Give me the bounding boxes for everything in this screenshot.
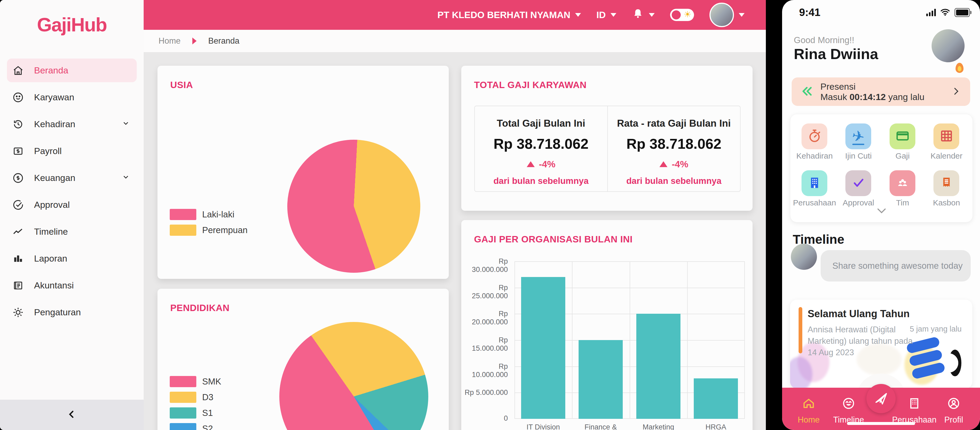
stat-delta: -4% bbox=[659, 159, 688, 169]
menu-tile-tim[interactable] bbox=[889, 170, 915, 196]
menu-tile-label: Kalender bbox=[924, 151, 969, 161]
receipt-icon bbox=[939, 175, 954, 191]
breadcrumb-home[interactable]: Home bbox=[159, 36, 181, 46]
new-post-fab[interactable] bbox=[866, 384, 896, 413]
gear-icon bbox=[12, 307, 24, 318]
legend-swatch bbox=[170, 423, 196, 430]
sidebar-item-keuangan[interactable]: Keuangan bbox=[0, 164, 144, 191]
nav-item-home[interactable]: Home bbox=[789, 397, 829, 425]
sidebar-item-label: Beranda bbox=[34, 65, 68, 76]
legend-swatch bbox=[170, 392, 196, 403]
status-time: 9:41 bbox=[799, 6, 820, 18]
caret-down-icon bbox=[611, 13, 616, 17]
sidebar: GajiHub Beranda Karyawan bbox=[0, 0, 144, 430]
menu-tile-label: Ijin Cuti bbox=[836, 151, 881, 161]
sidebar-item-beranda[interactable]: Beranda bbox=[0, 57, 144, 84]
menu-tile-label: Approval bbox=[836, 198, 881, 207]
stat-value: Rp 38.718.062 bbox=[493, 135, 589, 152]
legend-item: D3 bbox=[170, 392, 221, 403]
sidebar-item-pengaturan[interactable]: Pengaturan bbox=[0, 299, 144, 326]
y-axis-tick: Rp 5.000.000 bbox=[461, 389, 508, 397]
card-title: TOTAL GAJI KARYAWAN bbox=[474, 80, 587, 90]
app-logo[interactable]: GajiHub bbox=[0, 14, 144, 36]
quick-menu-card: ✈ Kehadiran Ijin Cuti Gaji Kalender bbox=[790, 114, 973, 223]
check-icon bbox=[851, 175, 866, 191]
calendar-icon bbox=[939, 128, 954, 145]
card-total-gaji: TOTAL GAJI KARYAWAN Total Gaji Bulan Ini… bbox=[461, 66, 752, 211]
y-axis-tick: Rp 15.000.000 bbox=[461, 336, 508, 353]
breadcrumb-arrow-icon bbox=[192, 38, 197, 45]
battery-icon bbox=[955, 8, 970, 17]
legend-swatch bbox=[170, 408, 196, 419]
sidebar-item-timeline[interactable]: Timeline bbox=[0, 218, 144, 245]
building-icon bbox=[807, 175, 822, 191]
legend-label: S2 bbox=[202, 424, 213, 430]
avatar[interactable] bbox=[932, 29, 964, 62]
sidebar-item-payroll[interactable]: Payroll bbox=[0, 138, 144, 164]
bar-group bbox=[630, 261, 687, 419]
presensi-banner[interactable]: Presensi Masuk 00:14:12 yang lalu bbox=[792, 77, 970, 106]
sidebar-nav: Beranda Karyawan Kehadiran bbox=[0, 57, 144, 326]
user-name: Rina Dwiina bbox=[794, 45, 878, 62]
mobile-app: 9:41 Good Morning!! Rina Dwiina Presensi… bbox=[782, 0, 980, 430]
nav-item-perusahaan[interactable]: Perusahaan bbox=[894, 397, 934, 425]
expand-menu-button[interactable] bbox=[877, 208, 886, 215]
caret-down-icon bbox=[649, 13, 655, 17]
sidebar-collapse-bar[interactable] bbox=[0, 400, 144, 430]
menu-tile-approval[interactable] bbox=[845, 170, 871, 196]
sidebar-item-label: Keuangan bbox=[34, 173, 75, 183]
sidebar-item-karyawan[interactable]: Karyawan bbox=[0, 84, 144, 111]
legend-label: D3 bbox=[202, 392, 213, 402]
signal-icon bbox=[926, 9, 936, 16]
bar-hrga bbox=[694, 378, 738, 419]
language-dropdown[interactable]: ID bbox=[597, 10, 616, 20]
menu-tile-ijin-cuti[interactable]: ✈ bbox=[845, 123, 871, 149]
breadcrumb: Home Beranda bbox=[144, 30, 766, 52]
post-body: Annisa Herawati (Digital Marketing) ulan… bbox=[808, 324, 914, 358]
notifications-dropdown[interactable] bbox=[632, 8, 655, 22]
menu-tile-kalender[interactable] bbox=[934, 123, 959, 149]
share-post-input[interactable]: Share something awesome today bbox=[821, 250, 971, 282]
legend-item: Laki-laki bbox=[170, 209, 248, 220]
streak-flame-icon bbox=[956, 63, 964, 73]
sidebar-item-label: Karyawan bbox=[34, 92, 74, 102]
screenshot-root: GajiHub Beranda Karyawan bbox=[0, 0, 980, 430]
menu-tile-gaji[interactable] bbox=[889, 123, 915, 149]
avatar bbox=[710, 3, 734, 27]
stat-label: Rata - rata Gaji Bulan Ini bbox=[617, 118, 731, 129]
chevron-down-icon bbox=[122, 173, 130, 183]
legend-item: S1 bbox=[170, 408, 221, 419]
y-axis-tick: Rp 30.000.000 bbox=[461, 257, 508, 274]
sidebar-item-kehadiran[interactable]: Kehadiran bbox=[0, 111, 144, 138]
legend-label: S1 bbox=[202, 408, 213, 418]
theme-toggle[interactable]: ☀ bbox=[670, 9, 694, 21]
sidebar-item-label: Timeline bbox=[34, 226, 68, 237]
nav-item-profil[interactable]: Profil bbox=[934, 397, 974, 425]
x-axis-tick: IT Division bbox=[514, 423, 572, 430]
crescent-shape bbox=[948, 350, 961, 376]
ledger-icon bbox=[12, 280, 24, 291]
company-dropdown[interactable]: PT KLEDO BERHATI NYAMAN bbox=[438, 10, 581, 20]
sidebar-item-label: Approval bbox=[34, 199, 70, 210]
attendance-history-icon bbox=[12, 118, 24, 130]
menu-tile-kasbon[interactable] bbox=[934, 170, 959, 196]
employee-icon bbox=[12, 92, 24, 103]
menu-tile-perusahaan[interactable] bbox=[802, 170, 827, 196]
sidebar-item-approval[interactable]: Approval bbox=[0, 191, 144, 218]
stat-note: dari bulan sebelumnya bbox=[493, 176, 589, 186]
nav-item-timeline[interactable]: Timeline bbox=[829, 397, 869, 425]
menu-tile-kehadiran[interactable] bbox=[802, 123, 827, 149]
sidebar-item-laporan[interactable]: Laporan bbox=[0, 245, 144, 272]
legend-item: SMK bbox=[170, 376, 221, 387]
menu-tile-label: Kehadiran bbox=[792, 151, 837, 161]
sidebar-item-akuntansi[interactable]: Akuntansi bbox=[0, 272, 144, 299]
sun-icon: ☀ bbox=[684, 9, 691, 19]
chevron-left-icon bbox=[66, 408, 78, 421]
profile-menu[interactable] bbox=[710, 3, 745, 27]
sidebar-item-label: Kehadiran bbox=[34, 119, 75, 129]
stat-value: Rp 38.718.062 bbox=[627, 135, 721, 152]
stat-note: dari bulan sebelumnya bbox=[626, 176, 721, 186]
sidebar-item-label: Akuntansi bbox=[34, 280, 74, 291]
card-pendidikan: PENDIDIKAN SMK D3 S1 S2 bbox=[158, 289, 449, 430]
approval-check-icon bbox=[12, 199, 24, 211]
